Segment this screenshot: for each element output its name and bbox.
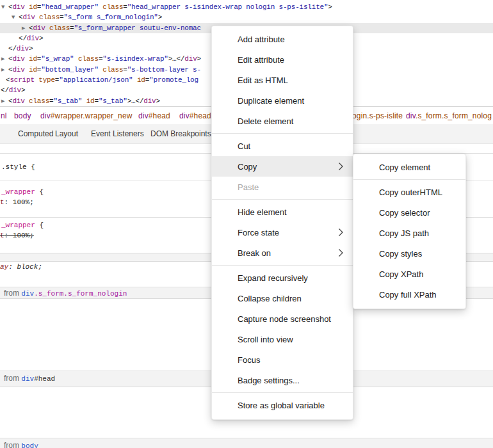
expand-arrow-icon[interactable]: ▶	[1, 54, 4, 64]
menu-item-cut[interactable]: Cut	[212, 136, 353, 156]
tab-event-listeners[interactable]: Event Listeners	[91, 124, 144, 144]
menu-item-scroll-into-view[interactable]: Scroll into view	[212, 329, 353, 349]
css-property-line[interactable]: t: 100%;	[0, 198, 34, 206]
submenu-chevron-icon	[338, 162, 344, 171]
breadcrumb-html[interactable]: nl	[1, 107, 7, 124]
menu-item-collapse-children[interactable]: Collapse children	[212, 288, 353, 308]
menu-item-copy[interactable]: Copy	[212, 156, 353, 177]
tab-computed[interactable]: Computed	[18, 124, 53, 144]
submenu-item-copy-outerhtml[interactable]: Copy outerHTML	[353, 182, 465, 202]
submenu-chevron-icon	[338, 228, 344, 237]
menu-separator	[212, 392, 353, 393]
tab-layout[interactable]: Layout	[55, 124, 78, 144]
menu-item-paste: Paste	[212, 177, 353, 197]
submenu-item-copy-styles[interactable]: Copy styles	[353, 243, 465, 264]
css-rule-selector[interactable]: _wrapper {	[1, 188, 44, 196]
tab-dom-breakpoints[interactable]: DOM Breakpoints	[150, 124, 211, 144]
menu-item-expand-recursively[interactable]: Expand recursively	[212, 268, 353, 288]
menu-item-add-attribute[interactable]: Add attribute	[212, 29, 353, 49]
expand-arrow-icon[interactable]: ▶	[1, 65, 4, 75]
context-menu: Add attributeEdit attributeEdit as HTMLD…	[211, 26, 353, 420]
submenu-item-copy-js-path[interactable]: Copy JS path	[353, 223, 465, 243]
node-link[interactable]: div	[21, 375, 34, 383]
node-link[interactable]: body	[21, 442, 38, 448]
menu-item-break-on[interactable]: Break on	[212, 243, 353, 263]
breadcrumb-body[interactable]: body	[14, 107, 31, 124]
menu-separator	[212, 199, 353, 200]
submenu-chevron-icon	[338, 248, 344, 257]
menu-separator	[212, 133, 353, 134]
css-property-line-inherited[interactable]: ay: block;	[0, 263, 42, 271]
menu-separator	[353, 179, 465, 180]
collapse-arrow-icon[interactable]: ▼	[12, 12, 15, 22]
menu-item-edit-as-html[interactable]: Edit as HTML	[212, 70, 353, 90]
menu-item-badge-settings[interactable]: Badge settings...	[212, 370, 353, 390]
inherited-from-label: from body	[4, 441, 38, 448]
menu-item-store-as-global-variable[interactable]: Store as global variable	[212, 395, 353, 415]
inherited-from-label: from div.s_form.s_form_nologin	[4, 289, 127, 298]
submenu-item-copy-element[interactable]: Copy element	[353, 157, 465, 177]
menu-item-delete-element[interactable]: Delete element	[212, 111, 353, 131]
node-link[interactable]: .s_form.s_form_nologin	[34, 290, 127, 298]
menu-item-capture-node-screenshot[interactable]: Capture node screenshot	[212, 308, 353, 329]
node-link[interactable]: #head	[34, 375, 55, 383]
breadcrumb-head-wrapper-tail[interactable]: ogin.s-ps-islite	[352, 107, 403, 124]
menu-separator	[212, 265, 353, 266]
menu-item-focus[interactable]: Focus	[212, 349, 353, 370]
dom-row-s-form[interactable]: ▼<div class="s_form s_form_nologin">	[0, 12, 493, 22]
dom-row-head-wrapper[interactable]: ▼<div id="head_wrapper" class="head_wrap…	[0, 2, 493, 12]
copy-submenu: Copy elementCopy outerHTMLCopy selectorC…	[353, 154, 466, 309]
submenu-item-copy-selector[interactable]: Copy selector	[353, 202, 465, 223]
breadcrumb-head[interactable]: div#head	[138, 107, 170, 124]
breadcrumb-s-form[interactable]: div.s_form.s_form_nolog	[406, 107, 492, 124]
menu-item-force-state[interactable]: Force state	[212, 222, 353, 243]
css-property-line-overridden[interactable]: t: 100%;	[0, 232, 34, 239]
submenu-item-copy-full-xpath[interactable]: Copy full XPath	[353, 284, 465, 305]
collapse-arrow-icon[interactable]: ▼	[1, 2, 4, 12]
expand-arrow-icon[interactable]: ▶	[1, 96, 4, 106]
node-link[interactable]: div	[21, 290, 34, 298]
menu-item-hide-element[interactable]: Hide element	[212, 202, 353, 222]
css-rule-selector[interactable]: _wrapper {	[1, 221, 44, 229]
devtools-window: ▼<div id="head_wrapper" class="head_wrap…	[0, 0, 493, 448]
submenu-item-copy-xpath[interactable]: Copy XPath	[353, 264, 465, 284]
inherited-from-row	[0, 438, 493, 448]
css-rule-element-style[interactable]: .style {	[1, 163, 35, 171]
breadcrumb-wrapper[interactable]: div#wrapper.wrapper_new	[40, 107, 133, 124]
expand-arrow-icon[interactable]: ▶	[22, 23, 25, 33]
breadcrumb-head-wrapper[interactable]: div#head	[179, 107, 211, 124]
inherited-from-label: from div#head	[4, 374, 55, 383]
menu-item-duplicate-element[interactable]: Duplicate element	[212, 90, 353, 111]
menu-item-edit-attribute[interactable]: Edit attribute	[212, 49, 353, 70]
